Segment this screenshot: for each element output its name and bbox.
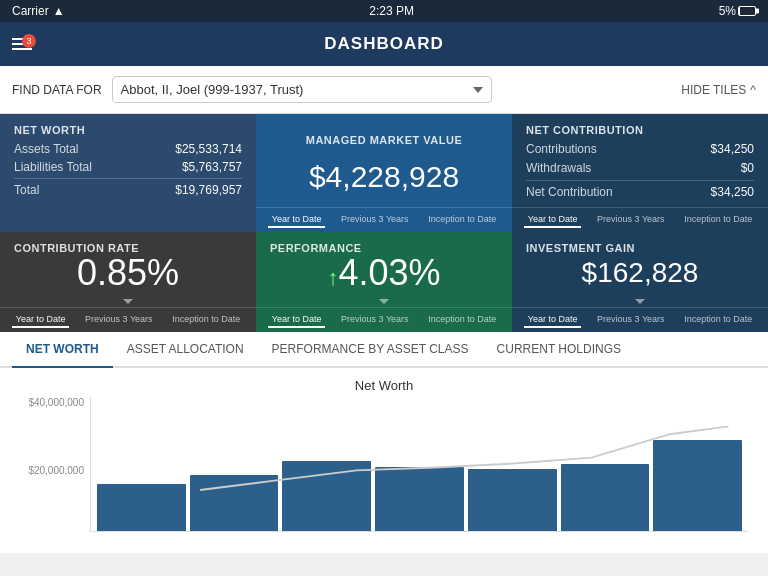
investment-tab-ytd[interactable]: Year to Date <box>524 312 582 328</box>
notification-badge: 3 <box>22 34 36 48</box>
net-worth-title: NET WORTH <box>14 124 242 136</box>
contrib-rate-tab-inception[interactable]: Inception to Date <box>168 312 244 328</box>
performance-date-tabs: Year to Date Previous 3 Years Inception … <box>256 307 512 332</box>
managed-value: $4,228,928 <box>309 160 459 194</box>
bar-group-2 <box>190 397 279 531</box>
liabilities-value: $5,763,757 <box>182 160 242 174</box>
bar-group-5 <box>468 397 557 531</box>
hide-tiles-label: HIDE TILES <box>681 83 746 97</box>
net-contribution-tile: NET CONTRIBUTION Contributions $34,250 W… <box>512 114 768 232</box>
carrier-text: Carrier <box>12 4 49 18</box>
battery-fill <box>739 7 740 15</box>
tab-asset-allocation[interactable]: ASSET ALLOCATION <box>113 332 258 368</box>
carrier-info: Carrier ▲ <box>12 4 65 18</box>
performance-tab-ytd[interactable]: Year to Date <box>268 312 326 328</box>
battery-info: 5% <box>719 4 756 18</box>
net-contribution-value: $34,250 <box>711 185 754 199</box>
performance-indicator <box>379 299 389 304</box>
chart-container: $40,000,000 $20,000,000 <box>20 397 748 552</box>
app-header: 3 DASHBOARD <box>0 22 768 66</box>
hide-tiles-button[interactable]: HIDE TILES ^ <box>681 83 756 97</box>
net-contribution-label: Net Contribution <box>526 185 613 199</box>
bar-group-3 <box>282 397 371 531</box>
performance-tab-inception[interactable]: Inception to Date <box>424 312 500 328</box>
contrib-rate-tab-ytd[interactable]: Year to Date <box>12 312 70 328</box>
investment-gain-value: $162,828 <box>582 257 699 289</box>
contribution-tab-inception[interactable]: Inception to Date <box>680 212 756 228</box>
contrib-rate-indicator <box>123 299 133 304</box>
contribution-rate-tile: CONTRIBUTION RATE 0.85% Year to Date Pre… <box>0 232 256 332</box>
find-data-label: FIND DATA FOR <box>12 83 102 97</box>
net-contribution-row: Net Contribution $34,250 <box>526 185 754 199</box>
bar-1 <box>97 484 186 531</box>
contributions-value: $34,250 <box>711 142 754 156</box>
total-row: Total $19,769,957 <box>14 178 242 197</box>
bar-group-7 <box>653 397 742 531</box>
wifi-icon: ▲ <box>53 4 65 18</box>
investment-gain-indicator <box>635 299 645 304</box>
investment-gain-date-tabs: Year to Date Previous 3 Years Inception … <box>512 307 768 332</box>
managed-tab-inception[interactable]: Inception to Date <box>424 212 500 228</box>
performance-tab-3yr[interactable]: Previous 3 Years <box>337 312 413 328</box>
net-contribution-title: NET CONTRIBUTION <box>526 124 754 136</box>
assets-value: $25,533,714 <box>175 142 242 156</box>
contribution-tab-ytd[interactable]: Year to Date <box>524 212 582 228</box>
assets-row: Assets Total $25,533,714 <box>14 142 242 156</box>
total-label: Total <box>14 183 39 197</box>
contrib-rate-tab-3yr[interactable]: Previous 3 Years <box>81 312 157 328</box>
bar-4 <box>375 467 464 531</box>
chart-area: Net Worth $40,000,000 $20,000,000 <box>0 368 768 553</box>
bar-7 <box>653 440 742 531</box>
contrib-rate-date-tabs: Year to Date Previous 3 Years Inception … <box>0 307 256 332</box>
time-display: 2:23 PM <box>369 4 414 18</box>
liabilities-row: Liabilities Total $5,763,757 <box>14 160 242 174</box>
contrib-rate-title: CONTRIBUTION RATE <box>14 242 139 254</box>
contribution-divider <box>526 180 754 181</box>
page-title: DASHBOARD <box>324 34 444 54</box>
chart-plot <box>90 397 748 532</box>
bar-5 <box>468 469 557 531</box>
performance-title: PERFORMANCE <box>270 242 362 254</box>
bars-container <box>91 397 748 531</box>
bar-3 <box>282 461 371 531</box>
investment-tab-inception[interactable]: Inception to Date <box>680 312 756 328</box>
tiles-grid: NET WORTH Assets Total $25,533,714 Liabi… <box>0 114 768 332</box>
liabilities-label: Liabilities Total <box>14 160 92 174</box>
chart-title: Net Worth <box>10 378 758 393</box>
performance-value: ↑4.03% <box>327 252 440 294</box>
managed-tab-3yr[interactable]: Previous 3 Years <box>337 212 413 228</box>
contribution-date-tabs: Year to Date Previous 3 Years Inception … <box>512 207 768 232</box>
managed-market-value-tile: MANAGED MARKET VALUE $4,228,928 Year to … <box>256 114 512 232</box>
investment-gain-tile: INVESTMENT GAIN $162,828 Year to Date Pr… <box>512 232 768 332</box>
client-selector[interactable]: Abbot, II, Joel (999-1937, Trust) <box>112 76 492 103</box>
bar-group-1 <box>97 397 186 531</box>
contributions-label: Contributions <box>526 142 597 156</box>
menu-line-3 <box>12 48 32 50</box>
performance-arrow: ↑ <box>327 265 338 290</box>
managed-title: MANAGED MARKET VALUE <box>306 134 462 146</box>
contribution-tab-3yr[interactable]: Previous 3 Years <box>593 212 669 228</box>
managed-tab-ytd[interactable]: Year to Date <box>268 212 326 228</box>
net-worth-tile: NET WORTH Assets Total $25,533,714 Liabi… <box>0 114 256 232</box>
tab-current-holdings[interactable]: CURRENT HOLDINGS <box>483 332 635 368</box>
withdrawals-value: $0 <box>741 161 754 175</box>
investment-tab-3yr[interactable]: Previous 3 Years <box>593 312 669 328</box>
menu-button[interactable]: 3 <box>12 38 32 50</box>
tab-performance-by-asset-class[interactable]: PERFORMANCE BY ASSET CLASS <box>258 332 483 368</box>
tab-net-worth[interactable]: NET WORTH <box>12 332 113 368</box>
bar-6 <box>561 464 650 531</box>
contributions-row: Contributions $34,250 <box>526 142 754 156</box>
y-label-mid: $20,000,000 <box>28 465 84 476</box>
bar-group-4 <box>375 397 464 531</box>
battery-bar <box>738 6 756 16</box>
tabs-bar: NET WORTH ASSET ALLOCATION PERFORMANCE B… <box>0 332 768 368</box>
contrib-rate-value: 0.85% <box>77 252 179 294</box>
withdrawals-row: Withdrawals $0 <box>526 161 754 175</box>
battery-percent: 5% <box>719 4 736 18</box>
chart-y-axis: $40,000,000 $20,000,000 <box>20 397 90 532</box>
managed-date-tabs: Year to Date Previous 3 Years Inception … <box>256 207 512 232</box>
assets-label: Assets Total <box>14 142 78 156</box>
status-bar: Carrier ▲ 2:23 PM 5% <box>0 0 768 22</box>
y-label-top: $40,000,000 <box>28 397 84 408</box>
chevron-up-icon: ^ <box>750 83 756 97</box>
